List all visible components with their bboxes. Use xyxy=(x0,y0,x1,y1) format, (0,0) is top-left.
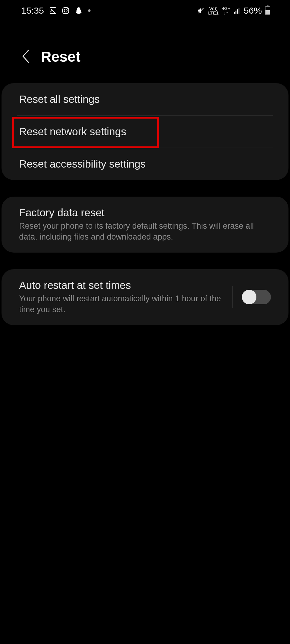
back-button[interactable] xyxy=(21,49,30,65)
gallery-icon xyxy=(49,7,57,14)
mute-icon xyxy=(197,7,205,15)
snapchat-icon xyxy=(75,7,83,15)
reset-network-settings-row[interactable]: Reset network settings xyxy=(2,116,288,148)
reset-accessibility-settings-row[interactable]: Reset accessibility settings xyxy=(2,148,288,180)
reset-all-settings-row[interactable]: Reset all settings xyxy=(2,83,288,115)
reset-accessibility-label: Reset accessibility settings xyxy=(19,158,146,170)
status-time: 15:35 xyxy=(21,5,44,16)
auto-restart-label: Auto restart at set times xyxy=(19,279,232,291)
divider xyxy=(232,286,233,308)
status-right: Vo)) LTE1 4G+ ↓↑ 56% xyxy=(197,5,270,16)
status-bar: 15:35 Vo)) LTE1 4G+ ↓↑ 56% xyxy=(0,0,290,21)
svg-rect-8 xyxy=(239,8,239,14)
toggle-container xyxy=(232,286,271,308)
factory-reset-label: Factory data reset xyxy=(19,207,271,219)
status-left: 15:35 xyxy=(21,5,91,16)
reset-all-label: Reset all settings xyxy=(19,93,100,105)
network-type-indicator: 4G+ ↓↑ xyxy=(222,6,230,15)
svg-rect-6 xyxy=(236,11,236,14)
switch-knob xyxy=(242,290,256,304)
auto-restart-row[interactable]: Auto restart at set times Your phone wil… xyxy=(2,269,288,325)
svg-point-3 xyxy=(64,9,67,12)
auto-restart-toggle[interactable] xyxy=(242,290,271,304)
auto-restart-card: Auto restart at set times Your phone wil… xyxy=(2,269,288,325)
chevron-left-icon xyxy=(21,49,30,64)
reset-options-card: Reset all settings Reset network setting… xyxy=(2,83,288,180)
factory-reset-card: Factory data reset Reset your phone to i… xyxy=(2,197,288,253)
battery-percentage: 56% xyxy=(244,5,262,16)
instagram-icon xyxy=(62,7,69,14)
signal-icon xyxy=(233,7,241,14)
svg-point-4 xyxy=(67,8,68,9)
reset-network-label: Reset network settings xyxy=(19,126,126,138)
auto-restart-desc: Your phone will restart automatically wi… xyxy=(19,293,232,315)
battery-icon xyxy=(265,6,270,15)
svg-rect-7 xyxy=(237,9,238,14)
svg-rect-5 xyxy=(234,12,235,14)
volte-indicator: Vo)) LTE1 xyxy=(208,6,219,15)
factory-data-reset-row[interactable]: Factory data reset Reset your phone to i… xyxy=(2,197,288,253)
svg-point-1 xyxy=(51,9,52,10)
more-notifications-dot xyxy=(88,9,91,12)
page-title: Reset xyxy=(41,48,81,65)
page-header: Reset xyxy=(0,21,290,83)
factory-reset-desc: Reset your phone to its factory default … xyxy=(19,221,271,243)
